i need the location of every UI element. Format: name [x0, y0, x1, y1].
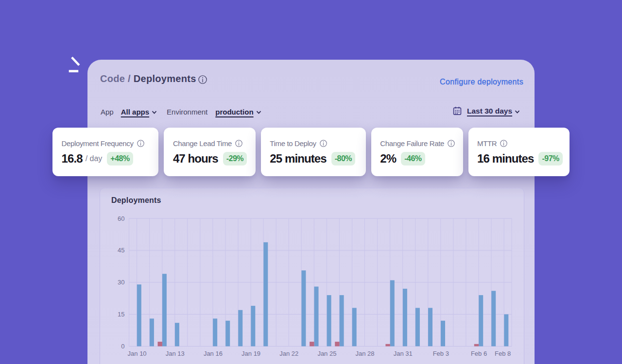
svg-text:Feb 6: Feb 6 [471, 350, 487, 357]
svg-text:0: 0 [121, 343, 124, 350]
svg-text:30: 30 [118, 279, 124, 286]
svg-text:Jan 22: Jan 22 [279, 350, 298, 357]
svg-text:60: 60 [118, 215, 124, 222]
svg-text:Jan 13: Jan 13 [166, 350, 185, 357]
svg-text:45: 45 [118, 247, 124, 254]
svg-text:Feb 3: Feb 3 [433, 350, 449, 357]
svg-text:Jan 28: Jan 28 [355, 350, 374, 357]
svg-text:Jan 16: Jan 16 [204, 350, 223, 357]
svg-text:Jan 10: Jan 10 [128, 350, 147, 357]
svg-text:Jan 25: Jan 25 [317, 350, 336, 357]
svg-text:Jan 19: Jan 19 [242, 350, 260, 357]
svg-text:Feb 8: Feb 8 [495, 350, 511, 357]
svg-text:15: 15 [118, 311, 124, 318]
svg-text:Jan 31: Jan 31 [394, 350, 413, 357]
